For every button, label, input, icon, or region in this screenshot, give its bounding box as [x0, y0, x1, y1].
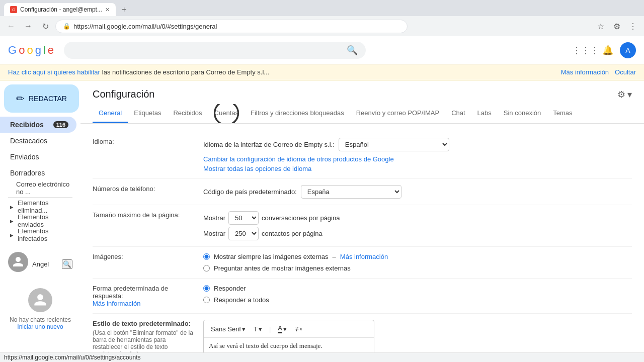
show1-prefix: Mostrar [203, 214, 225, 222]
language-select[interactable]: Español English [339, 138, 449, 151]
value-estilo: Sans Serif ▾ T ▾ | A ▾ [203, 320, 632, 354]
search-button[interactable]: 🔍 [347, 45, 358, 56]
tab-etiquetas[interactable]: Etiquetas [128, 104, 167, 123]
logo-l: l [43, 44, 46, 57]
chat-search-button[interactable]: 🔍 [62, 259, 72, 269]
tab-cuentas[interactable]: Cuentas [208, 104, 245, 123]
font-family-label: Sans Serif [211, 325, 241, 333]
tab-title: Configuración - angel@empt... [20, 6, 102, 13]
font-family-button[interactable]: Sans Serif ▾ [209, 324, 248, 334]
compose-button[interactable]: ✏ REDACTAR [4, 84, 79, 113]
chat-avatar [8, 252, 28, 272]
sidebar-item-sent-elements[interactable]: ▸ Elementos enviados [0, 214, 80, 228]
image-label-1: Mostrar siempre las imágenes externas [214, 253, 329, 260]
sidebar-item-starred[interactable]: Destacados [0, 133, 76, 149]
ssl-lock-icon: 🔒 [63, 23, 70, 30]
browser-menu-icon[interactable]: ⋮ [626, 19, 640, 33]
avatar[interactable]: A [620, 42, 636, 58]
tab-temas[interactable]: Temas [547, 104, 578, 123]
reply-label-2: Responder a todos [214, 296, 269, 304]
chat-start-link[interactable]: Iniciar uno nuevo [17, 323, 63, 330]
country-select[interactable]: España France [301, 185, 401, 199]
hide-notification-button[interactable]: Ocultar [615, 68, 636, 76]
notification-bar: Haz clic aquí si quieres habilitar las n… [0, 64, 644, 80]
search-input[interactable] [72, 46, 343, 55]
sidebar-item-inbox[interactable]: Recibidos 116 [0, 117, 76, 133]
tab-filtros[interactable]: Filtros y direcciones bloqueadas [245, 104, 350, 123]
text-style-preview: Así se verá el texto del cuerpo del mens… [204, 338, 374, 354]
row-telefono: Números de teléfono: Código de país pred… [93, 179, 632, 205]
apps-icon[interactable]: ⋮⋮⋮ [576, 40, 596, 60]
font-size-arrow: ▾ [259, 325, 262, 333]
label-tamano: Tamaño máximo de la página: [93, 211, 203, 219]
extensions-icon[interactable]: ⚙ [610, 19, 624, 33]
notification-link[interactable]: Haz clic aquí si quieres habilitar [8, 68, 100, 76]
compose-label: REDACTAR [29, 95, 67, 103]
sidebar-item-infected[interactable]: ▸ Elementos infectados [0, 228, 80, 242]
reply-more-link[interactable]: Más información [93, 300, 140, 307]
search-bar[interactable]: 🔍 [64, 42, 366, 59]
tab-favicon: G [10, 6, 17, 13]
reply-radio-2[interactable] [203, 297, 210, 303]
reload-button[interactable]: ↻ [38, 19, 52, 33]
notifications-icon[interactable]: 🔔 [598, 40, 618, 60]
bookmark-icon[interactable]: ☆ [594, 19, 608, 33]
notification-actions: Más información Ocultar [561, 68, 636, 76]
change-language-link[interactable]: Cambiar la configuración de idioma de ot… [203, 155, 394, 163]
back-button[interactable]: ← [4, 19, 18, 33]
tab-reenvio[interactable]: Reenvío y correo POP/IMAP [350, 104, 445, 123]
reply-option-1: Responder [203, 285, 632, 292]
tab-close-btn[interactable]: ✕ [105, 7, 110, 13]
image-label-2: Preguntar antes de mostrar imágenes exte… [214, 264, 351, 272]
more-info-button[interactable]: Más información [561, 68, 609, 76]
gmail-logo: Google [8, 44, 58, 57]
tab-recibidos[interactable]: Recibidos [167, 104, 208, 123]
logo-e: e [48, 44, 54, 57]
remove-format-icon: T [295, 325, 299, 333]
text-style-container: Sans Serif ▾ T ▾ | A ▾ [203, 320, 374, 354]
images-more-link[interactable]: Más información [340, 253, 388, 260]
sidebar-item-sent[interactable]: Enviados [0, 149, 76, 165]
address-bar[interactable]: 🔒 https://mail.google.com/mail/u/0/#sett… [55, 20, 408, 33]
sidebar-item-label-drafts: Borradores [10, 169, 68, 177]
chat-user-row: Angel 🔍 [4, 250, 76, 278]
show-all-languages-link[interactable]: Mostrar todas las opciones de idioma [203, 165, 311, 172]
tab-sin-conexion[interactable]: Sin conexión [498, 104, 547, 123]
sidebar-expand-label-infected: Elementos infectados [18, 227, 72, 242]
contacts-per-page-select[interactable]: 250 25 100 [228, 227, 259, 240]
notification-message: las notificaciones de escritorio para Co… [102, 68, 269, 76]
tab-chat[interactable]: Chat [445, 104, 471, 123]
remove-format-button[interactable]: T x [293, 324, 304, 334]
label-imagenes: Imágenes: [93, 253, 203, 260]
tab-labs[interactable]: Labs [471, 104, 498, 123]
label-respuesta: Forma predeterminada de respuesta: Más i… [93, 285, 203, 307]
image-radio-2[interactable] [203, 265, 210, 272]
forward-button[interactable]: → [21, 19, 35, 33]
reply-label-1: Responder [214, 285, 246, 292]
show1-suffix: conversaciones por página [262, 214, 340, 222]
sidebar-item-deleted[interactable]: ▸ Elementos eliminad... [0, 200, 80, 214]
image-option-2: Preguntar antes de mostrar imágenes exte… [203, 264, 632, 272]
compose-icon: ✏ [16, 93, 25, 105]
tab-general[interactable]: General [93, 104, 128, 123]
font-color-button[interactable]: A ▾ [276, 323, 289, 334]
settings-header: Configuración ⚙ ▾ [80, 80, 644, 104]
sidebar: ✏ REDACTAR Recibidos 116 Destacados Envi… [0, 80, 80, 362]
conversations-per-page-select[interactable]: 50 25 100 [228, 211, 259, 225]
address-text: https://mail.google.com/mail/u/0/#settin… [73, 23, 400, 30]
sidebar-item-more1[interactable]: Correo electrónico no ... [0, 181, 80, 195]
text-style-toolbar: Sans Serif ▾ T ▾ | A ▾ [204, 320, 374, 338]
reply-radio-1[interactable] [203, 285, 210, 292]
font-size-button[interactable]: T ▾ [252, 324, 264, 334]
logo-g2: g [35, 44, 41, 57]
chat-section: Angel 🔍 No hay chats recientes Iniciar u… [0, 250, 80, 338]
browser-tab[interactable]: G Configuración - angel@empt... ✕ [4, 3, 116, 16]
new-tab-button[interactable]: + [118, 3, 130, 16]
settings-gear-button[interactable]: ⚙ ▾ [617, 89, 632, 100]
font-color-icon: A [278, 324, 282, 333]
sidebar-item-drafts[interactable]: Borradores [0, 165, 76, 181]
image-radio-1[interactable] [203, 253, 210, 260]
row-imagenes: Imágenes: Mostrar siempre las imágenes e… [93, 247, 632, 279]
main-layout: ✏ REDACTAR Recibidos 116 Destacados Envi… [0, 80, 644, 362]
value-telefono: Código de país predeterminado: España Fr… [203, 185, 632, 199]
